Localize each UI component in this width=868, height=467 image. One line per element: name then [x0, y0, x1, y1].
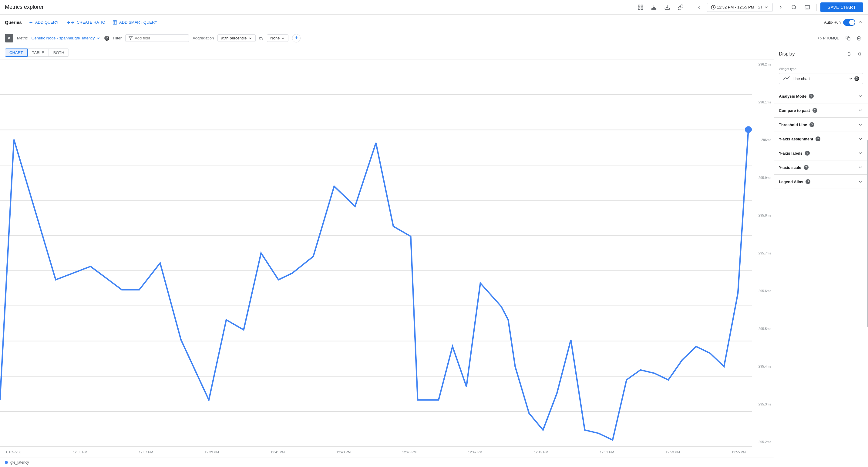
y-axis-scale-help[interactable]: ?	[804, 165, 809, 170]
add-to-dashboard-btn[interactable]	[648, 2, 659, 13]
download-btn[interactable]	[662, 2, 673, 13]
y-axis-labels-row[interactable]: Y-axis labels ?	[774, 146, 868, 160]
delete-query-btn[interactable]	[855, 34, 863, 42]
x-label-9: 12:51 PM	[600, 450, 614, 454]
y-axis-assignment-chevron	[858, 136, 863, 142]
widget-type-section: Widget type Line chart ?	[774, 62, 868, 89]
x-label-0: UTC+5:30	[6, 450, 21, 454]
analysis-mode-help[interactable]: ?	[809, 94, 814, 98]
create-ratio-btn[interactable]: CREATE RATIO	[63, 18, 108, 27]
queries-actions: ADD QUERY CREATE RATIO ADD SMART QUERY	[26, 18, 160, 27]
agg-value: 95th percentile	[221, 36, 247, 40]
legend-alias-section: Legend Alias ?	[774, 175, 868, 189]
threshold-line-help[interactable]: ?	[809, 122, 814, 127]
keyboard-shortcuts-btn[interactable]	[802, 2, 813, 13]
metric-selector[interactable]: Generic Node - spanner/gfe_latency	[31, 36, 101, 41]
compare-to-past-section: Compare to past ?	[774, 103, 868, 118]
filter-input[interactable]	[135, 36, 186, 40]
svg-line-8	[795, 8, 796, 9]
time-range-picker[interactable]: 12:32 PM - 12:55 PM IST	[707, 3, 773, 12]
widget-type-selector[interactable]: Line chart ?	[779, 73, 863, 84]
display-expand-btn[interactable]	[845, 50, 854, 58]
widget-icon-btn[interactable]	[635, 2, 646, 13]
threshold-line-title: Threshold Line	[779, 123, 807, 127]
y-axis-assignment-row[interactable]: Y-axis assignment ?	[774, 132, 868, 146]
threshold-line-chevron	[858, 122, 863, 127]
share-btn[interactable]	[675, 2, 686, 13]
section-left: Threshold Line ?	[779, 122, 814, 127]
legend-area: gfe_latency	[0, 458, 774, 467]
metric-help-btn[interactable]: ?	[104, 36, 109, 41]
header-divider-2	[816, 4, 817, 11]
compare-to-past-row[interactable]: Compare to past ?	[774, 103, 868, 117]
x-label-1: 12:35 PM	[73, 450, 87, 454]
auto-run-toggle[interactable]	[843, 19, 855, 26]
y-axis-labels-chevron	[858, 150, 863, 156]
x-label-11: 12:55 PM	[732, 450, 746, 454]
y-label-9: 295.3ms	[758, 402, 771, 406]
y-label-7: 295.5ms	[758, 327, 771, 331]
widget-type-help-btn[interactable]: ?	[854, 76, 859, 81]
search-btn[interactable]	[788, 2, 800, 13]
threshold-line-row[interactable]: Threshold Line ?	[774, 118, 868, 132]
save-chart-button[interactable]: SAVE CHART	[820, 2, 863, 12]
widget-type-label: Widget type	[779, 67, 863, 71]
y-axis-labels: 296.2ms 296.1ms 296ms 295.9ms 295.8ms 29…	[758, 59, 771, 447]
section-left: Y-axis labels ?	[779, 151, 810, 156]
y-axis-scale-title: Y-axis scale	[779, 165, 801, 170]
section-left: Compare to past ?	[779, 108, 817, 113]
timezone-text: IST	[757, 5, 763, 9]
y-axis-labels-help[interactable]: ?	[805, 151, 810, 156]
chart-svg	[0, 59, 752, 447]
y-axis-labels-title: Y-axis labels	[779, 151, 803, 156]
filter-area[interactable]	[125, 34, 189, 42]
legend-alias-help[interactable]: ?	[806, 179, 810, 184]
y-label-0: 296.2ms	[758, 62, 771, 66]
x-label-6: 12:45 PM	[402, 450, 416, 454]
y-axis-scale-row[interactable]: Y-axis scale ?	[774, 160, 868, 175]
aggregation-selector[interactable]: 95th percentile	[217, 34, 255, 42]
auto-run-label: Auto-Run	[824, 20, 841, 25]
promql-label: PROMQL	[823, 36, 839, 40]
display-collapse-right-btn[interactable]	[855, 50, 863, 58]
legend-alias-chevron	[858, 179, 863, 184]
legend-dot	[5, 461, 8, 464]
y-label-1: 296.1ms	[758, 100, 771, 104]
tab-table[interactable]: TABLE	[28, 49, 49, 57]
legend-alias-title: Legend Alias	[779, 180, 803, 184]
x-label-5: 12:43 PM	[336, 450, 350, 454]
header-actions: 12:32 PM - 12:55 PM IST SAVE CHART	[635, 2, 863, 13]
next-time-btn[interactable]	[775, 2, 786, 13]
analysis-mode-title: Analysis Mode	[779, 94, 806, 98]
group-by-selector[interactable]: None	[267, 34, 288, 42]
y-label-6: 295.6ms	[758, 289, 771, 292]
query-badge-a: A	[5, 34, 13, 42]
y-label-5: 295.7ms	[758, 251, 771, 255]
analysis-mode-row[interactable]: Analysis Mode ?	[774, 89, 868, 103]
collapse-btn[interactable]	[858, 19, 863, 26]
tab-chart[interactable]: CHART	[5, 49, 28, 57]
y-label-2: 296ms	[758, 138, 771, 142]
legend-label: gfe_latency	[10, 460, 29, 465]
add-filter-plus-btn[interactable]: +	[292, 34, 301, 42]
time-range-text: 12:32 PM - 12:55 PM	[717, 5, 754, 9]
y-axis-assignment-help[interactable]: ?	[815, 136, 820, 141]
tab-both[interactable]: BOTH	[49, 49, 69, 57]
duplicate-query-btn[interactable]	[844, 34, 852, 42]
chart-endpoint-dot	[745, 126, 752, 133]
svg-marker-12	[129, 36, 132, 40]
promql-btn[interactable]: PROMQL	[815, 35, 841, 41]
legend-alias-row[interactable]: Legend Alias ?	[774, 175, 868, 189]
x-label-8: 12:49 PM	[534, 450, 548, 454]
compare-to-past-help[interactable]: ?	[812, 108, 817, 113]
svg-rect-3	[641, 7, 643, 9]
by-label: by	[259, 36, 264, 40]
x-label-4: 12:41 PM	[271, 450, 285, 454]
y-axis-assignment-section: Y-axis assignment ?	[774, 132, 868, 146]
prev-time-btn[interactable]	[693, 2, 705, 13]
chart-container: CHART TABLE BOTH 296.2ms 296.1ms 296ms 2…	[0, 46, 774, 467]
x-label-2: 12:37 PM	[139, 450, 153, 454]
y-label-3: 295.9ms	[758, 176, 771, 180]
add-smart-query-btn[interactable]: ADD SMART QUERY	[110, 18, 160, 27]
add-query-btn[interactable]: ADD QUERY	[26, 18, 62, 27]
